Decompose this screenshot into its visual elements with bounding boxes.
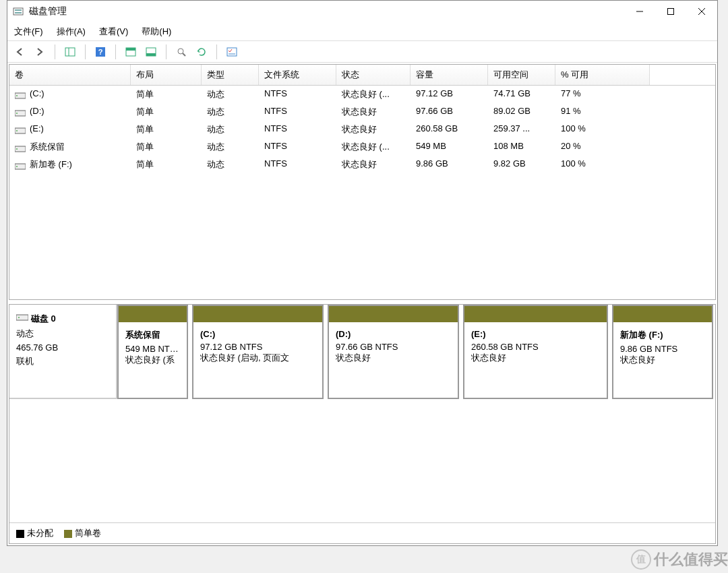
menu-view[interactable]: 查看(V) [99,26,128,38]
cell-free: 74.71 GB [488,86,555,103]
refresh-icon[interactable] [193,44,210,60]
disk-name: 磁盘 0 [31,313,56,324]
cell-pct: 100 % [555,121,650,138]
table-row[interactable]: (D:) 简单 动态 NTFS 状态良好 97.66 GB 89.02 GB 9… [9,103,715,121]
svg-rect-2 [15,12,22,13]
panel-icon[interactable] [62,44,78,60]
table-row[interactable]: (C:) 简单 动态 NTFS 状态良好 (... 97.12 GB 74.71… [9,86,715,103]
col-free[interactable]: 可用空间 [488,65,555,85]
cell-status: 状态良好 [336,103,411,121]
partition[interactable]: (D:) 97.66 GB NTFS 状态良好 [328,305,459,399]
cell-type: 动态 [202,156,259,173]
separator [166,44,166,59]
cell-status: 状态良好 (... [336,86,411,103]
maximize-button[interactable] [655,1,686,22]
close-button[interactable] [686,1,717,22]
cell-fs: NTFS [259,86,336,103]
disk-size: 465.76 GB [16,342,109,353]
disk-type: 动态 [16,328,109,340]
view-bottom-icon[interactable] [143,44,159,60]
menu-help[interactable]: 帮助(H) [142,26,171,38]
cell-free: 9.82 GB [488,156,555,173]
volume-name: 新加卷 (F:) [30,159,72,169]
volume-list-header: 卷 布局 类型 文件系统 状态 容量 可用空间 % 可用 [9,65,715,86]
partition-status: 状态良好 [620,354,705,366]
cell-layout: 简单 [131,156,202,173]
svg-rect-12 [126,48,135,51]
partition-name: 新加卷 (F:) [620,329,705,341]
cell-status: 状态良好 [336,121,411,138]
col-type[interactable]: 类型 [202,65,259,85]
partition[interactable]: (E:) 260.58 GB NTFS 状态良好 [463,305,608,399]
drive-icon [15,109,26,115]
cell-capacity: 549 MB [411,138,488,156]
col-status[interactable]: 状态 [336,65,411,85]
partition-name: (E:) [471,329,600,339]
partition-status: 状态良好 [471,352,600,364]
view-top-icon[interactable] [123,44,139,60]
partition[interactable]: 新加卷 (F:) 9.86 GB NTFS 状态良好 [612,305,713,399]
partition-name: 系统保留 [125,329,180,341]
disk-row: 磁盘 0 动态 465.76 GB 联机 系统保留 549 MB NTFS 状态… [9,305,715,399]
menu-file[interactable]: 文件(F) [14,26,43,38]
cell-free: 89.02 GB [488,103,555,121]
col-pct[interactable]: % 可用 [555,65,650,85]
table-row[interactable]: 新加卷 (F:) 简单 动态 NTFS 状态良好 9.86 GB 9.82 GB… [9,156,715,173]
cell-type: 动态 [202,121,259,138]
disk-info[interactable]: 磁盘 0 动态 465.76 GB 联机 [9,305,117,399]
partition-status: 状态良好 (系 [125,354,180,366]
volume-list[interactable]: 卷 布局 类型 文件系统 状态 容量 可用空间 % 可用 (C:) 简单 动态 … [9,64,716,300]
svg-line-16 [183,53,185,56]
volume-name: (D:) [30,106,44,116]
volume-name: (E:) [30,123,44,133]
partition[interactable]: 系统保留 549 MB NTFS 状态良好 (系 [117,305,188,399]
col-volume[interactable]: 卷 [9,65,131,85]
cell-type: 动态 [202,86,259,103]
partition-bar [329,306,458,322]
svg-point-30 [18,317,20,318]
cell-fs: NTFS [259,138,336,156]
col-fs[interactable]: 文件系统 [259,65,336,85]
partition-map: 系统保留 549 MB NTFS 状态良好 (系 (C:) 97.12 GB N… [117,305,715,399]
back-button[interactable] [11,44,28,60]
separator [85,44,86,59]
svg-point-24 [16,130,18,131]
cell-free: 259.37 ... [488,121,555,138]
help-icon[interactable]: ? [92,44,109,60]
cell-capacity: 97.12 GB [411,86,488,103]
partition-info: 260.58 GB NTFS [471,342,600,352]
drive-icon [15,126,26,133]
disk-status: 联机 [16,355,109,367]
cell-capacity: 9.86 GB [411,156,488,173]
cell-status: 状态良好 (... [336,138,411,156]
col-layout[interactable]: 布局 [131,65,202,85]
cell-pct: 91 % [555,103,650,121]
search-icon[interactable] [173,44,189,60]
partition-info: 97.66 GB NTFS [336,342,451,352]
forward-button[interactable] [32,44,48,60]
table-row[interactable]: (E:) 简单 动态 NTFS 状态良好 260.58 GB 259.37 ..… [9,121,715,138]
partition-bar [193,306,322,322]
table-row[interactable]: 系统保留 简单 动态 NTFS 状态良好 (... 549 MB 108 MB … [9,138,715,156]
cell-fs: NTFS [259,103,336,121]
cell-fs: NTFS [259,156,336,173]
swatch-black-icon [16,530,24,538]
svg-point-20 [16,95,18,96]
drive-icon [15,144,26,151]
col-capacity[interactable]: 容量 [411,65,488,85]
checklist-icon[interactable] [224,44,240,60]
svg-rect-0 [13,8,23,15]
drive-icon [15,91,26,98]
minimize-button[interactable] [624,1,655,22]
partition-info: 9.86 GB NTFS [620,344,705,354]
watermark: 值 什么值得买 [631,549,728,570]
cell-layout: 简单 [131,103,202,121]
cell-layout: 简单 [131,138,202,156]
titlebar: 磁盘管理 [7,1,717,22]
watermark-text: 什么值得买 [654,549,728,570]
disk-icon [16,313,28,324]
menu-action[interactable]: 操作(A) [57,26,86,38]
partition[interactable]: (C:) 97.12 GB NTFS 状态良好 (启动, 页面文 [192,305,324,399]
disk-management-window: 磁盘管理 文件(F) 操作(A) 查看(V) 帮助(H) ? 卷 布局 [7,0,718,546]
svg-rect-1 [15,9,22,11]
